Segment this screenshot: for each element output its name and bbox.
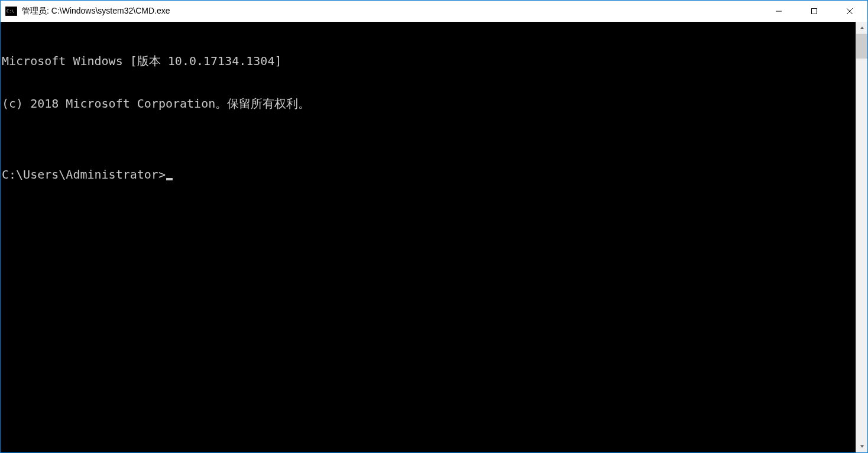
window-controls: [761, 1, 867, 22]
svg-marker-6: [860, 27, 864, 29]
close-button[interactable]: [832, 1, 867, 22]
cursor-icon: [166, 178, 173, 180]
svg-marker-7: [860, 445, 864, 448]
close-icon: [846, 8, 853, 15]
cmd-icon: C:\: [5, 6, 17, 17]
terminal-prompt: C:\Users\Administrator>: [2, 167, 166, 182]
scroll-thumb[interactable]: [856, 34, 867, 59]
title-bar[interactable]: C:\ 管理员: C:\Windows\system32\CMD.exe: [1, 1, 867, 22]
scroll-up-button[interactable]: [856, 22, 867, 34]
minimize-icon: [775, 8, 782, 15]
terminal-line: (c) 2018 Microsoft Corporation。保留所有权利。: [2, 96, 856, 111]
svg-text:C:\: C:\: [7, 9, 14, 14]
terminal-prompt-line: C:\Users\Administrator>: [2, 167, 856, 182]
maximize-icon: [811, 8, 818, 15]
svg-rect-3: [812, 9, 817, 14]
cmd-window: C:\ 管理员: C:\Windows\system32\CMD.exe: [0, 0, 868, 453]
scroll-down-button[interactable]: [856, 441, 867, 452]
minimize-button[interactable]: [761, 1, 796, 22]
terminal-wrapper: Microsoft Windows [版本 10.0.17134.1304] (…: [1, 22, 867, 452]
window-title: 管理员: C:\Windows\system32\CMD.exe: [22, 6, 761, 17]
terminal-line: Microsoft Windows [版本 10.0.17134.1304]: [2, 54, 856, 68]
vertical-scrollbar[interactable]: [856, 22, 867, 452]
chevron-up-icon: [860, 25, 864, 30]
terminal-output[interactable]: Microsoft Windows [版本 10.0.17134.1304] (…: [1, 22, 856, 452]
chevron-down-icon: [860, 444, 864, 449]
maximize-button[interactable]: [796, 1, 832, 22]
scroll-track[interactable]: [856, 34, 867, 441]
